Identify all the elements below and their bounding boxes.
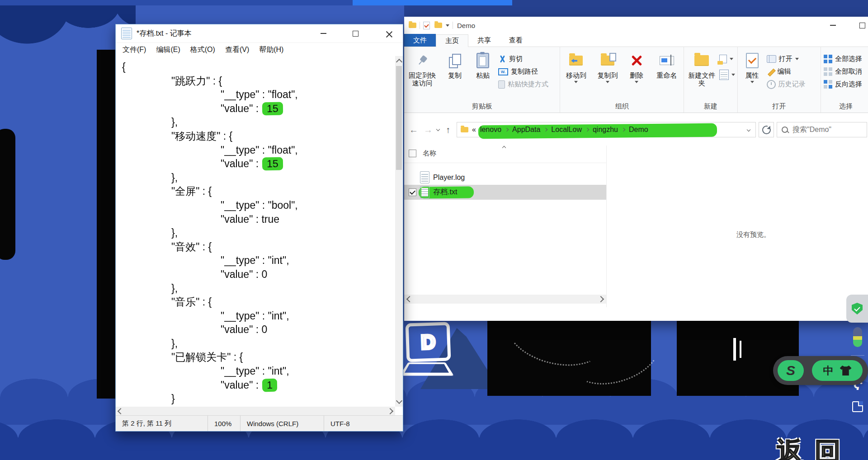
scroll-left-icon[interactable] [406, 296, 413, 302]
scrollbar-thumb[interactable] [396, 66, 402, 170]
menu-file[interactable]: 文件(F) [118, 44, 151, 56]
notepad-minimize-button[interactable] [311, 24, 336, 42]
up-nav-icon[interactable]: ↑ [442, 125, 454, 135]
recent-locations-icon[interactable] [436, 127, 440, 131]
invert-selection-button[interactable]: 反向选择 [824, 79, 862, 90]
header-checkbox[interactable] [409, 150, 416, 157]
code-line: "移动速度" : { [116, 129, 395, 143]
file-row-player-log[interactable]: Player.log [404, 170, 606, 185]
menu-view[interactable]: 查看(V) [220, 44, 254, 56]
copy-to-button[interactable]: 复制到 [592, 50, 623, 85]
menu-format[interactable]: 格式(O) [185, 44, 220, 56]
highlighted-value: 15 [262, 157, 283, 171]
scroll-up-icon[interactable] [396, 59, 402, 65]
tab-home[interactable]: 主页 [436, 34, 468, 47]
pin-to-quick-access-button[interactable]: 固定到快速访问 [404, 50, 440, 89]
address-dropdown-icon[interactable] [747, 128, 750, 131]
wave-topleft-2 [0, 5, 68, 48]
notepad-statusbar: 第 2 行, 第 11 列 100% Windows (CRLF) UTF-8 [116, 415, 403, 431]
quick-access-new-folder-icon[interactable] [434, 23, 442, 28]
code-line: { [116, 60, 395, 74]
select-none-button[interactable]: 全部取消 [824, 66, 862, 77]
notepad-titlebar[interactable]: *存档.txt - 记事本 [116, 24, 403, 43]
screenshot-crop-icon[interactable] [852, 401, 863, 412]
file-row-savefile[interactable]: 存档.txt [404, 185, 606, 200]
history-button[interactable]: 历史记录 [767, 79, 806, 90]
refresh-button[interactable] [759, 122, 774, 137]
paste-button[interactable]: 粘贴 [469, 50, 496, 81]
select-none-icon [824, 67, 832, 76]
column-sort-icon[interactable] [502, 146, 506, 150]
row-checkbox[interactable] [409, 188, 416, 196]
notepad-text[interactable]: {"跳跃力" : {"__type" : "float","value" :15… [116, 56, 395, 407]
code-line: "__type" : "bool", [116, 198, 395, 212]
bright-taskbar-tab[interactable] [353, 0, 512, 5]
menu-help[interactable]: 帮助(H) [254, 44, 288, 56]
code-line: "音乐" : { [116, 295, 395, 309]
move-to-button[interactable]: 移动到 [560, 50, 592, 85]
ime-logo-blob: S [778, 360, 804, 381]
copy-path-button[interactable]: W. 复制路径 [498, 66, 548, 77]
breadcrumb-item[interactable]: Demo [629, 126, 648, 134]
explorer-maximize-button[interactable] [852, 17, 868, 34]
code-line: "__type" : "float", [116, 143, 395, 157]
back-nav-icon[interactable]: ← [408, 125, 420, 135]
file-name: Player.log [433, 174, 465, 182]
notepad-close-button[interactable] [376, 24, 402, 42]
select-all-icon [824, 55, 832, 63]
breadcrumb-item[interactable]: AppData [512, 126, 540, 134]
file-icon [420, 171, 429, 183]
quick-access-dropdown-icon[interactable] [446, 24, 449, 27]
notepad-horizontal-scrollbar[interactable] [116, 407, 395, 416]
explorer-titlebar[interactable]: Demo [404, 17, 868, 34]
tab-file[interactable]: 文件 [404, 34, 436, 47]
explorer-horizontal-scrollbar[interactable] [404, 295, 606, 304]
status-cursor-position: 第 2 行, 第 11 列 [116, 416, 208, 431]
paste-shortcut-button[interactable]: 粘贴快捷方式 [498, 79, 548, 90]
copy-button[interactable]: 复制 [440, 50, 469, 81]
code-line: "value" :15 [116, 102, 395, 116]
scroll-down-icon[interactable] [396, 398, 402, 404]
shield-check-icon[interactable] [852, 303, 863, 314]
breadcrumb-item[interactable]: qingzhu [593, 126, 618, 134]
battery-capsule-icon[interactable] [853, 327, 862, 347]
notepad-vertical-scrollbar[interactable] [395, 56, 403, 407]
column-name-header[interactable]: 名称 [423, 149, 436, 158]
new-folder-button[interactable]: 新建文件夹 [684, 50, 719, 89]
search-icon [782, 127, 788, 133]
pin-icon [415, 54, 429, 68]
open-button[interactable]: 打开 [767, 53, 806, 65]
cut-button[interactable]: 剪切 [498, 53, 548, 65]
file-name: 存档.txt [433, 188, 457, 197]
forward-nav-icon[interactable]: → [422, 125, 434, 135]
ime-indicator[interactable]: S 中 [773, 356, 868, 385]
cave-pillar-icon [733, 338, 736, 361]
tab-view[interactable]: 查看 [500, 34, 532, 47]
scroll-right-icon[interactable] [598, 296, 604, 302]
delete-button[interactable]: 删除 [623, 50, 650, 85]
tab-share[interactable]: 共享 [468, 34, 500, 47]
scroll-left-icon[interactable] [118, 408, 124, 414]
ime-language-label: 中 [823, 364, 834, 378]
edit-button[interactable]: 编辑 [767, 66, 806, 77]
invert-selection-icon [824, 80, 832, 89]
scroll-right-icon[interactable] [387, 408, 393, 414]
properties-button[interactable]: 属性 [738, 50, 767, 85]
app-folder-icon [409, 23, 416, 28]
quick-access-properties-icon[interactable] [423, 22, 430, 29]
code-line: }, [116, 115, 395, 129]
rename-button[interactable]: 重命名 [650, 50, 684, 81]
menu-edit[interactable]: 编辑(E) [151, 44, 185, 56]
notepad-maximize-button[interactable] [343, 24, 368, 42]
breadcrumb-item[interactable]: LocalLow [551, 126, 582, 134]
new-item-button[interactable] [719, 53, 735, 65]
search-box[interactable]: 搜索"Demo" [777, 122, 867, 137]
address-box[interactable]: « lenovo AppData LocalLow qingzhu Demo [457, 122, 756, 137]
easy-access-button[interactable] [719, 69, 735, 80]
breadcrumb-item[interactable]: lenovo [480, 126, 501, 134]
d-key-cap-icon: D [406, 322, 451, 362]
explorer-minimize-button[interactable] [822, 17, 843, 34]
back-button[interactable]: 返回 [777, 435, 853, 460]
select-all-button[interactable]: 全部选择 [824, 53, 862, 65]
explorer-window: Demo 文件 主页 共享 查看 固定到快速访问 复制 [404, 17, 868, 321]
